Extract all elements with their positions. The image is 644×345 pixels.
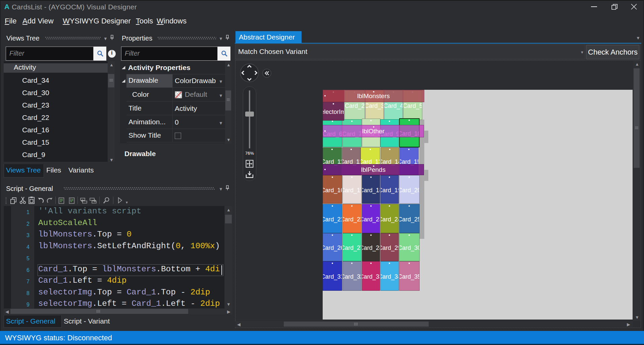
svg-text:2: 2 bbox=[70, 198, 71, 201]
